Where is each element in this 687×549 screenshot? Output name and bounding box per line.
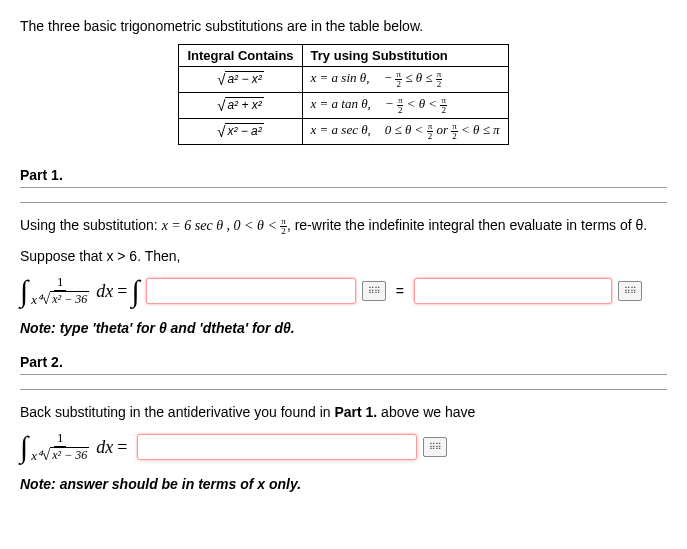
part2-header: Part 2.: [20, 350, 667, 375]
keypad-icon[interactable]: ⠿⠿: [423, 437, 447, 457]
part1-result-input[interactable]: [414, 278, 612, 304]
table-row: √a² − x² x = a sin θ,− π2 ≤ θ ≤ π2: [179, 67, 508, 93]
table-header-contains: Integral Contains: [179, 45, 302, 67]
part2-answer-input[interactable]: [137, 434, 417, 460]
equals-sign: =: [392, 283, 408, 299]
part2-note: Note: answer should be in terms of x onl…: [20, 476, 667, 492]
part2-equation-row: ∫ 1 x⁴√x² − 36 dx = ⠿⠿: [20, 430, 667, 464]
integral-symbol: ∫: [131, 279, 139, 303]
integral-symbol: ∫: [20, 435, 28, 459]
substitution-table: Integral Contains Try using Substitution…: [178, 44, 508, 145]
table-header-substitution: Try using Substitution: [302, 45, 508, 67]
part1-suppose: Suppose that x > 6. Then,: [20, 248, 667, 264]
part1-instruction: Using the substitution: x = 6 sec θ , 0 …: [20, 217, 667, 236]
part1-note: Note: type 'theta' for θ and 'dtheta' fo…: [20, 320, 667, 336]
integral-symbol: ∫: [20, 279, 28, 303]
part1-integrand-input[interactable]: [146, 278, 356, 304]
part1-header: Part 1.: [20, 163, 667, 188]
intro-text: The three basic trigonometric substituti…: [20, 18, 667, 34]
table-row: √x² − a² x = a sec θ,0 ≤ θ < π2 or π2 < …: [179, 119, 508, 145]
keypad-icon[interactable]: ⠿⠿: [618, 281, 642, 301]
part2-instruction: Back substituting in the antiderivative …: [20, 404, 667, 420]
keypad-icon[interactable]: ⠿⠿: [362, 281, 386, 301]
part1-equation-row: ∫ 1 x⁴√x² − 36 dx = ∫ ⠿⠿ = ⠿⠿: [20, 274, 667, 308]
table-row: √a² + x² x = a tan θ,− π2 < θ < π2: [179, 93, 508, 119]
